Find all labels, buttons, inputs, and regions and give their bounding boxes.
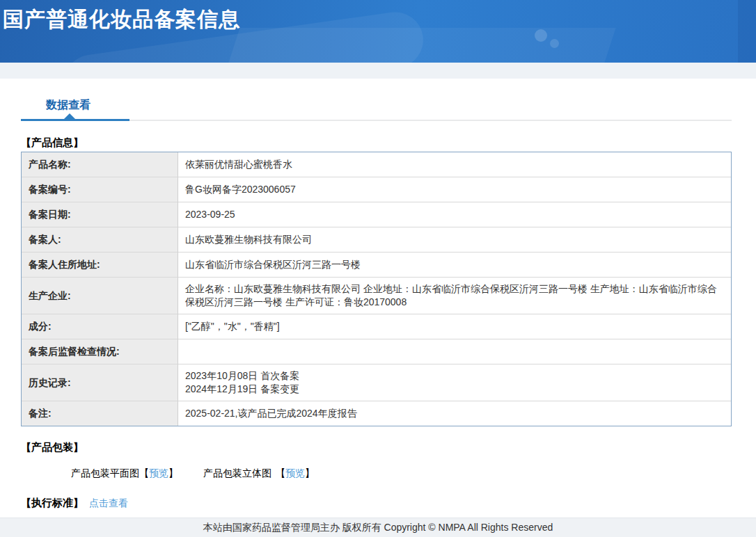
tab-data-view[interactable]: 数据查看 bbox=[46, 98, 90, 113]
row-label: 备案后监督检查情况: bbox=[22, 339, 178, 364]
row-value: 依莱丽优情甜心蜜桃香水 bbox=[178, 152, 731, 177]
row-label: 生产企业: bbox=[22, 278, 178, 314]
table-row: 成分: ["乙醇"，"水"，"香精"] bbox=[22, 314, 731, 339]
tab-bar: 数据查看 bbox=[21, 98, 732, 121]
packaging-section-title: 【产品包装】 bbox=[21, 441, 732, 454]
packaging-flat-preview-link[interactable]: 预览 bbox=[149, 467, 168, 479]
table-row: 备案人: 山东欧蔓雅生物科技有限公司 bbox=[22, 227, 731, 253]
packaging-3d-item: 产品包装立体图【预览】 bbox=[203, 467, 315, 480]
standards-label: 【执行标准】 bbox=[21, 497, 84, 508]
packaging-3d-label: 产品包装立体图 bbox=[203, 467, 271, 479]
table-row: 备案人住所地址: 山东省临沂市综合保税区沂河三路一号楼 bbox=[22, 253, 731, 278]
table-row: 备案日期: 2023-09-25 bbox=[22, 202, 731, 227]
table-row: 备案后监督检查情况: bbox=[22, 339, 731, 364]
bracket: 】 bbox=[305, 467, 315, 479]
row-label: 备案人住所地址: bbox=[22, 253, 178, 278]
page-banner: 国产普通化妆品备案信息 bbox=[0, 0, 756, 63]
row-label: 成分: bbox=[22, 314, 178, 339]
row-label: 备注: bbox=[22, 401, 178, 426]
tab-active-underline bbox=[21, 119, 129, 121]
row-value: 山东欧蔓雅生物科技有限公司 bbox=[178, 227, 731, 253]
table-row: 产品名称: 依莱丽优情甜心蜜桃香水 bbox=[22, 152, 731, 177]
table-row: 历史记录: 2023年10月08日 首次备案 2024年12月19日 备案变更 bbox=[22, 364, 731, 401]
table-row: 备注: 2025-02-21,该产品已完成2024年度报告 bbox=[22, 401, 731, 426]
row-value: 2025-02-21,该产品已完成2024年度报告 bbox=[178, 401, 731, 426]
page-footer: 本站由国家药品监督管理局主办 版权所有 Copyright © NMPA All… bbox=[0, 518, 756, 537]
packaging-row: 产品包装平面图【预览】 产品包装立体图【预览】 bbox=[71, 467, 732, 480]
row-label: 备案编号: bbox=[22, 177, 178, 202]
product-info-table: 产品名称: 依莱丽优情甜心蜜桃香水 备案编号: 鲁G妆网备字2023006057… bbox=[21, 152, 732, 426]
packaging-flat-label: 产品包装平面图 bbox=[71, 467, 139, 479]
row-value: 企业名称：山东欧蔓雅生物科技有限公司 企业地址：山东省临沂市综合保税区沂河三路一… bbox=[178, 278, 731, 314]
row-value: ["乙醇"，"水"，"香精"] bbox=[178, 314, 731, 339]
bracket: 【 bbox=[276, 467, 285, 479]
bracket: 【 bbox=[139, 467, 149, 479]
table-row: 备案编号: 鲁G妆网备字2023006057 bbox=[22, 177, 731, 202]
row-value: 2023年10月08日 首次备案 2024年12月19日 备案变更 bbox=[178, 364, 731, 401]
packaging-3d-preview-link[interactable]: 预览 bbox=[285, 467, 305, 479]
tab-active-arrow-icon bbox=[64, 113, 75, 119]
main-content: 数据查看 【产品信息】 产品名称: 依莱丽优情甜心蜜桃香水 备案编号: 鲁G妆网… bbox=[0, 98, 756, 531]
table-row: 生产企业: 企业名称：山东欧蔓雅生物科技有限公司 企业地址：山东省临沂市综合保税… bbox=[22, 278, 731, 314]
copyright-text: 本站由国家药品监督管理局主办 版权所有 Copyright © NMPA All… bbox=[203, 522, 553, 533]
standards-row: 【执行标准】点击查看 bbox=[21, 497, 732, 510]
standards-view-link[interactable]: 点击查看 bbox=[89, 497, 128, 508]
row-value: 鲁G妆网备字2023006057 bbox=[178, 177, 731, 202]
row-value bbox=[178, 339, 731, 364]
bracket: 】 bbox=[168, 467, 178, 479]
packaging-flat-item: 产品包装平面图【预览】 bbox=[71, 467, 178, 480]
row-label: 备案日期: bbox=[22, 202, 178, 227]
row-value: 2023-09-25 bbox=[178, 202, 731, 227]
row-label: 产品名称: bbox=[22, 152, 178, 177]
row-label: 历史记录: bbox=[22, 364, 178, 401]
row-value: 山东省临沂市综合保税区沂河三路一号楼 bbox=[178, 253, 731, 278]
page-title: 国产普通化妆品备案信息 bbox=[0, 0, 756, 34]
product-info-section-title: 【产品信息】 bbox=[21, 136, 732, 150]
banner-decor-dot bbox=[550, 39, 559, 48]
banner-subbar bbox=[0, 63, 756, 79]
row-label: 备案人: bbox=[22, 227, 178, 253]
